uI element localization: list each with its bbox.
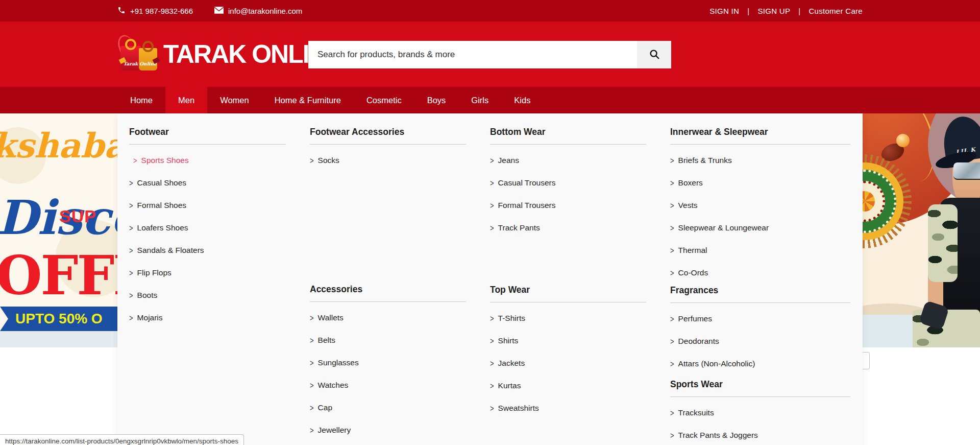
menu-item-label: Thermal: [678, 246, 707, 255]
menu-item-label: Jackets: [498, 359, 525, 368]
menu-item[interactable]: >Co-Ords: [670, 262, 850, 284]
menu-item[interactable]: >Boxers: [670, 172, 850, 194]
menu-item[interactable]: >Briefs & Trunks: [670, 149, 850, 172]
chevron-right-icon: >: [490, 314, 494, 323]
menu-item[interactable]: >Formal Trousers: [490, 194, 646, 217]
menu-item[interactable]: >Sunglasses: [310, 352, 466, 374]
menu-item[interactable]: >Belts: [310, 329, 466, 352]
menu-item[interactable]: >Deodorants: [670, 330, 850, 353]
menu-item-label: Belts: [318, 336, 335, 345]
menu-item[interactable]: >Casual Shoes: [129, 172, 286, 194]
chevron-right-icon: >: [670, 408, 674, 418]
nav-item-label: Girls: [471, 96, 488, 105]
menu-item[interactable]: >Casual Trousers: [490, 172, 646, 194]
chevron-right-icon: >: [310, 156, 314, 166]
chevron-right-icon: >: [490, 156, 494, 166]
menu-item[interactable]: >Attars (Non-Alcoholic): [670, 353, 850, 375]
nav-item[interactable]: Home: [117, 87, 165, 113]
search-input[interactable]: [308, 41, 637, 68]
menu-item[interactable]: >Watches: [310, 374, 466, 396]
menu-item[interactable]: >Sweatshirts: [490, 397, 646, 419]
nav-item[interactable]: Kids: [501, 87, 543, 113]
menu-item-label: Track Pants & Joggers: [678, 431, 758, 440]
menu-item[interactable]: >Track Pants: [490, 217, 646, 239]
hero-banner-right[interactable]: LIL K: [863, 113, 980, 347]
chevron-right-icon: >: [310, 426, 314, 435]
nav-item[interactable]: Home & Furniture: [262, 87, 354, 113]
menu-section-top-wear: Top Wear >T-Shirts>Shirts>Jackets>Kurtas…: [490, 285, 646, 419]
menu-item[interactable]: >Sandals & Floaters: [129, 239, 286, 262]
search-icon: [649, 49, 660, 61]
menu-item[interactable]: >Mojaris: [129, 307, 286, 329]
menu-item[interactable]: >Kurtas: [490, 374, 646, 397]
menu-item[interactable]: >Socks: [310, 149, 466, 172]
menu-item[interactable]: >Shirts: [490, 330, 646, 352]
mega-menu-column: Innerwear & Sleepwear >Briefs & Trunks>B…: [658, 113, 863, 445]
section-title: Sports Wear: [670, 379, 850, 397]
menu-item-label: Sleepwear & Loungewear: [678, 223, 769, 232]
logo-bags-icon: Tarak Online: [117, 36, 157, 73]
menu-item[interactable]: >Perfumes: [670, 308, 850, 330]
chevron-right-icon: >: [129, 313, 133, 323]
topbar: +91 987-9832-666 info@tarakonline.com SI…: [0, 0, 980, 21]
nav-item[interactable]: Men: [165, 87, 207, 113]
menu-item[interactable]: >Sleepwear & Loungewear: [670, 217, 850, 239]
nav-item-label: Kids: [514, 96, 530, 105]
section-title: Fragrances: [670, 285, 850, 303]
status-url: https://tarakonline.com/list-products/0e…: [5, 437, 238, 445]
sign-in-link[interactable]: SIGN IN: [709, 7, 739, 15]
menu-item[interactable]: >Jeans: [490, 149, 646, 172]
menu-item[interactable]: >Loafers Shoes: [129, 217, 286, 239]
nav-item[interactable]: Girls: [458, 87, 501, 113]
menu-item[interactable]: >Thermal: [670, 239, 850, 262]
menu-item[interactable]: >Track Pants & Joggers: [670, 424, 850, 445]
menu-item-label: Perfumes: [678, 314, 712, 323]
menu-item[interactable]: >Flip Flops: [129, 262, 286, 284]
sign-up-link[interactable]: SIGN UP: [757, 7, 790, 15]
menu-item[interactable]: >Tracksuits: [670, 402, 850, 424]
chevron-right-icon: >: [310, 403, 314, 413]
menu-item[interactable]: >Vests: [670, 194, 850, 217]
header: Tarak Online TARAK ONLINE: [0, 21, 980, 87]
menu-item-label: Briefs & Trunks: [678, 156, 732, 165]
chevron-right-icon: >: [129, 201, 133, 210]
search-button[interactable]: [637, 41, 671, 68]
chevron-right-icon: >: [129, 223, 133, 233]
menu-item[interactable]: >Jackets: [490, 352, 646, 374]
nav-item[interactable]: Boys: [414, 87, 459, 113]
menu-section-fragrances: Fragrances >Perfumes>Deodorants>Attars (…: [670, 285, 850, 375]
logo-bag-script: Tarak: [124, 61, 138, 71]
menu-item-label: Shirts: [498, 336, 519, 345]
banner-ribbon-text: UPTO 50% O: [15, 311, 103, 327]
hero-banner-left[interactable]: kshaba SUP Discou OFFE UPTO 50% O: [0, 113, 117, 347]
menu-item[interactable]: >Jewellery: [310, 419, 466, 441]
nav-item[interactable]: Cosmetic: [354, 87, 414, 113]
phone-icon: [117, 6, 126, 16]
chevron-right-icon: >: [490, 381, 494, 391]
menu-item[interactable]: >Cap: [310, 396, 466, 419]
menu-item[interactable]: >Wallets: [310, 307, 466, 329]
banner-ribbon: UPTO 50% O: [0, 307, 117, 331]
chevron-right-icon: >: [310, 313, 314, 323]
nav-item-label: Men: [178, 96, 194, 105]
email-contact[interactable]: info@tarakonline.com: [214, 7, 302, 15]
chevron-right-icon: >: [490, 201, 494, 210]
menu-item-label: Loafers Shoes: [137, 223, 188, 232]
menu-item[interactable]: >Sports Shoes: [129, 149, 286, 172]
menu-section-bottom-wear: Bottom Wear >Jeans>Casual Trousers>Forma…: [490, 127, 646, 239]
menu-item-label: Jeans: [498, 156, 519, 165]
chevron-right-icon: >: [129, 268, 133, 278]
phone-contact[interactable]: +91 987-9832-666: [117, 6, 193, 16]
menu-item[interactable]: >Formal Shoes: [129, 194, 286, 217]
customer-care-link[interactable]: Customer Care: [808, 7, 863, 15]
menu-item-label: Co-Ords: [678, 268, 708, 277]
menu-item-label: Formal Trousers: [498, 201, 556, 210]
menu-item-label: Sunglasses: [318, 358, 359, 367]
separator: |: [798, 7, 800, 15]
nav-item[interactable]: Women: [207, 87, 262, 113]
menu-item[interactable]: >T-Shirts: [490, 307, 646, 330]
menu-item[interactable]: >Boots: [129, 284, 286, 307]
section-title: Top Wear: [490, 285, 646, 302]
menu-item-label: T-Shirts: [498, 314, 525, 323]
menu-item-label: Boxers: [678, 178, 703, 188]
